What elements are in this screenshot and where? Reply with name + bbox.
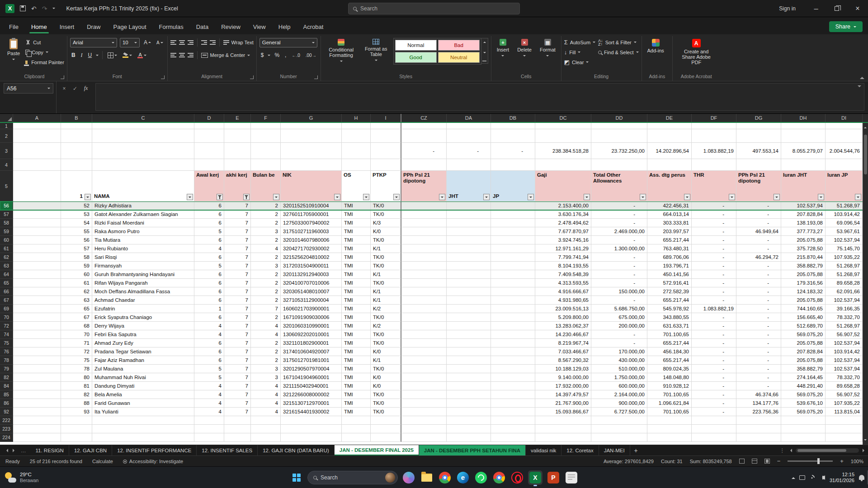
cell[interactable]: 4 (251, 382, 281, 390)
cell[interactable]: 69.096,54 (826, 219, 863, 227)
column-header-C[interactable]: C (92, 114, 194, 122)
cell[interactable] (447, 262, 491, 270)
cell[interactable] (491, 296, 535, 305)
cell[interactable]: - (692, 244, 736, 253)
cell[interactable] (692, 159, 736, 171)
cell[interactable]: K/0 (371, 382, 401, 390)
cell[interactable] (647, 123, 692, 129)
row-header-70[interactable]: 70 (0, 313, 13, 322)
close-button[interactable]: × (847, 0, 868, 17)
cell[interactable] (447, 339, 491, 347)
cell[interactable] (447, 279, 491, 287)
cell[interactable] (447, 296, 491, 305)
cell[interactable] (781, 159, 826, 171)
cell[interactable] (535, 159, 591, 171)
cell[interactable] (92, 123, 194, 129)
cell[interactable]: 664.013,14 (647, 210, 692, 219)
cell-style-bad[interactable]: Bad (438, 40, 480, 51)
header-cell-I[interactable]: PTKP (371, 171, 401, 202)
cell[interactable]: 78.332,70 (826, 313, 863, 322)
cell[interactable]: 51.268,97 (826, 262, 863, 270)
cell[interactable]: 7 (224, 408, 251, 416)
cell[interactable] (224, 123, 251, 129)
cell[interactable]: TMI (342, 236, 371, 244)
cell[interactable] (13, 143, 61, 159)
sheet-nav-more-icon[interactable]: … (21, 448, 26, 453)
cell[interactable] (692, 425, 736, 433)
cell[interactable]: - (692, 330, 736, 339)
cell[interactable]: 7 (224, 330, 251, 339)
cell[interactable] (281, 159, 342, 171)
filter-dropdown-button-DA[interactable] (483, 194, 490, 200)
cell[interactable]: 88 (61, 399, 92, 408)
cell[interactable]: TK/0 (371, 365, 401, 373)
cell[interactable]: Muhammad Nuh Rivai (92, 373, 194, 382)
cell[interactable]: 572.916,41 (647, 279, 692, 287)
cell[interactable]: - (736, 279, 781, 287)
cell[interactable]: 7 (224, 339, 251, 347)
cell[interactable]: 1.083.882,19 (692, 305, 736, 313)
cell[interactable]: Rizky Adhistiara (92, 202, 194, 210)
cell[interactable] (13, 202, 61, 210)
cell[interactable]: Sari Risqi (92, 253, 194, 262)
cell[interactable] (401, 202, 447, 210)
copy-button[interactable]: Copy (25, 48, 64, 56)
cell[interactable] (13, 382, 61, 390)
cell[interactable]: 7 (224, 356, 251, 365)
grow-font-button[interactable]: A (142, 39, 152, 46)
taskbar-clock[interactable]: 12:15 31/01/2026 (830, 472, 854, 483)
row-header-4[interactable]: 4 (0, 159, 13, 171)
cell[interactable]: 55 (61, 227, 92, 236)
cell[interactable]: 2 (251, 279, 281, 287)
horizontal-scrollbar[interactable] (796, 448, 859, 453)
undo-icon[interactable]: ↶ (31, 5, 37, 12)
cell[interactable]: 900.000,00 (591, 399, 647, 408)
cell[interactable]: - (736, 236, 781, 244)
taskbar-search-box[interactable]: Search (307, 471, 398, 484)
cell[interactable]: 3172031504900011 (281, 262, 342, 270)
cell[interactable]: 375.728,50 (781, 244, 826, 253)
column-header-DF[interactable]: DF (692, 114, 736, 122)
cell[interactable]: 5 (194, 365, 224, 373)
column-header-G[interactable]: G (281, 114, 342, 122)
align-top-icon[interactable] (170, 40, 176, 45)
cell[interactable] (447, 356, 491, 365)
cell[interactable]: 3201132912940003 (281, 270, 342, 279)
cell[interactable]: 6 (194, 270, 224, 279)
cell[interactable]: 6 (194, 202, 224, 210)
filter-dropdown-button-DC[interactable] (584, 194, 590, 200)
cell[interactable]: 809.024,35 (647, 365, 692, 373)
cell[interactable]: 205.075,88 (781, 339, 826, 347)
addins-button[interactable]: Add-ins (645, 37, 667, 55)
menu-tab-help[interactable]: Help (272, 20, 297, 34)
cell[interactable]: 205.075,88 (781, 296, 826, 305)
page-layout-view-icon[interactable] (752, 459, 757, 464)
row-header-84[interactable]: 84 (0, 382, 13, 390)
menu-tab-data[interactable]: Data (190, 20, 215, 34)
sheet-tab-12-insentif-sales[interactable]: 12. INSENTIF SALES (197, 445, 258, 455)
cell[interactable]: - (591, 330, 647, 339)
cell[interactable]: 134.177,76 (736, 399, 781, 408)
cell[interactable]: 7 (224, 270, 251, 279)
cell[interactable]: 193.796,71 (647, 262, 692, 270)
cell[interactable]: 655.217,44 (647, 296, 692, 305)
row-header-3[interactable]: 3 (0, 143, 13, 159)
header-cell-B[interactable]: 1 (61, 171, 92, 202)
cell[interactable]: 3201290507970004 (281, 365, 342, 373)
cell[interactable] (535, 129, 591, 143)
cell[interactable]: 655.217,44 (647, 339, 692, 347)
cell[interactable]: 102.537,94 (826, 236, 863, 244)
cell[interactable] (591, 129, 647, 143)
cell[interactable]: TK/0 (371, 330, 401, 339)
cell[interactable] (491, 305, 535, 313)
cell[interactable] (692, 416, 736, 425)
cell[interactable]: 1306092202010001 (281, 330, 342, 339)
cell[interactable] (447, 382, 491, 390)
row-header-2[interactable]: 2 (0, 129, 13, 143)
cell[interactable]: 51.268,97 (826, 322, 863, 330)
minimize-button[interactable]: ─ (806, 0, 826, 17)
cell[interactable] (401, 382, 447, 390)
cell[interactable] (491, 253, 535, 262)
cell[interactable]: 3 (251, 365, 281, 373)
cell[interactable]: 5 (194, 262, 224, 270)
